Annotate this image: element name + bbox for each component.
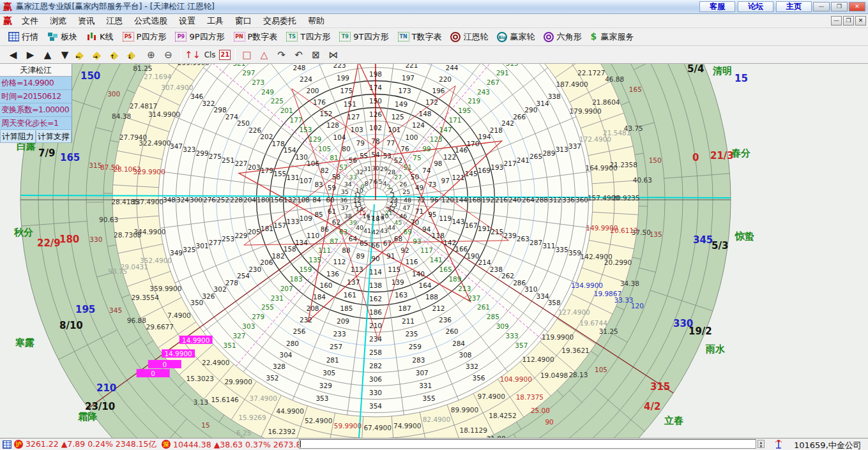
wheel-number: 76 [400, 145, 409, 153]
wheel-number: 227 [234, 160, 247, 167]
toolbar-button-K线[interactable]: K线 [82, 29, 118, 45]
quick-link-2[interactable]: 主页 [776, 1, 812, 12]
toolbar-button-赢家轮[interactable]: Big赢家轮 [492, 29, 539, 45]
wheel-number: 244 [445, 64, 458, 71]
menu-bar: 赢 文件浏览资讯江恩公式选股设置工具窗口交易委托帮助 [0, 14, 868, 28]
wheel-number: 145 [465, 170, 478, 177]
wheel-number: 142 [443, 239, 456, 246]
wheel-number: 350 [190, 299, 203, 306]
mdi-close-button[interactable]: ✕ [855, 16, 866, 26]
mult-cell: 21.2358 [609, 161, 637, 169]
wheel-number: 304 [279, 351, 292, 359]
wheel-number: 179 [261, 167, 273, 174]
toolbar-label: 9P四方形 [189, 31, 224, 43]
quick-link-0[interactable]: 客服 [699, 1, 735, 12]
calendar-button[interactable]: 21 [219, 50, 231, 60]
shape-square-button[interactable]: □ [239, 48, 255, 62]
toolbar-button-P四方形[interactable]: PSP四方形 [118, 29, 171, 45]
pct-cell: 34.38 [620, 280, 639, 287]
shift-up-button[interactable]: ◆↑ [109, 48, 125, 62]
mult-cell: 19.3621 [561, 347, 589, 354]
rim-label: 165 [60, 152, 80, 163]
quote-table-icon[interactable] [3, 440, 11, 449]
calc-resistance-button[interactable]: 计算阻力 [0, 130, 36, 143]
step-up-button[interactable]: ▲ [40, 48, 56, 62]
toolbar-button-P数字表[interactable]: PNP数字表 [229, 29, 282, 45]
close-button[interactable]: ✕ [849, 2, 865, 11]
wheel-number: 221 [405, 64, 418, 69]
minimize-button[interactable]: — [813, 2, 830, 11]
menu-item-江恩[interactable]: 江恩 [100, 14, 128, 27]
wheel-number: 218 [490, 126, 503, 134]
toolbar-button-江恩轮[interactable]: 江恩轮 [446, 29, 492, 45]
wheel-number: 229 [234, 232, 247, 239]
menu-item-帮助[interactable]: 帮助 [302, 14, 330, 27]
toolbar-button-T数字表[interactable]: TNT数字表 [393, 29, 446, 45]
wheel-number: 151 [344, 100, 356, 108]
toolbar-button-行情[interactable]: 行情 [4, 29, 43, 45]
wheel-number: 331 [419, 382, 432, 389]
wheel-number: 184 [313, 293, 326, 301]
rotate-cw-button[interactable]: ↷ [273, 48, 289, 62]
step-right-button[interactable]: ▶ [22, 48, 38, 62]
price-cell: 359.9900 [149, 285, 181, 292]
wheel-number: 33 [349, 174, 357, 181]
window-controls: — ❐ ✕ [813, 2, 865, 11]
price-cell: 127.4900 [558, 308, 590, 316]
shenzhen-index-quote[interactable]: 10444.38 ▲38.63 0.37% 2673.84 [173, 440, 306, 449]
step-down-button[interactable]: ▼ [57, 48, 73, 62]
restore-button[interactable]: ❐ [831, 2, 848, 11]
menu-item-交易委托[interactable]: 交易委托 [257, 14, 302, 27]
price-cell: 104.9900 [500, 375, 532, 383]
wheel-number: 79 [356, 139, 365, 147]
shanghai-index-quote[interactable]: 3261.22 ▲7.89 0.24% 2348.15亿 [26, 439, 156, 450]
menu-item-文件[interactable]: 文件 [16, 14, 44, 27]
step-left-button[interactable]: ◀ [5, 48, 21, 62]
menu-item-工具[interactable]: 工具 [201, 14, 229, 27]
menu-item-资讯[interactable]: 资讯 [72, 14, 100, 27]
gann-wheel[interactable]: 1234567891011121314151617181920212223242… [0, 64, 868, 438]
wheel-number: 58 [332, 173, 340, 181]
pct-cell: 6.25 [236, 429, 251, 437]
shift-left-button[interactable]: ◆← [74, 48, 90, 62]
wheel-number: 119 [439, 214, 452, 222]
rim-label: 19/2 [689, 326, 712, 337]
quick-link-1[interactable]: 论坛 [738, 1, 773, 12]
updown-button[interactable]: ↑↓ [185, 48, 201, 62]
toolbar-button-9T四方形[interactable]: T99T四方形 [335, 29, 393, 45]
wheel-number: 215 [491, 228, 503, 236]
wheel-number: 285 [487, 313, 499, 320]
rotate-ccw-button[interactable]: ↶ [291, 48, 307, 62]
wheel-number: 239 [504, 232, 517, 239]
tn-badge-icon: TN [398, 32, 409, 41]
toolbar-button-9P四方形[interactable]: P99P四方形 [171, 29, 229, 45]
menu-item-浏览[interactable]: 浏览 [44, 14, 72, 27]
toolbar-button-六角形[interactable]: 六角形 [539, 29, 586, 45]
wheel-number: 210 [369, 322, 382, 329]
mdi-minimize-button[interactable]: — [831, 16, 842, 26]
wheel-number: 167 [465, 221, 478, 229]
toolbar-button-板块[interactable]: 板块 [43, 29, 82, 45]
fit-button[interactable]: ⊠ [308, 48, 324, 62]
command-input[interactable] [299, 439, 756, 449]
toolbar-button-T四方形[interactable]: TST四方形 [282, 29, 335, 45]
pct-cell: 28.13 [568, 371, 588, 379]
input-spinner[interactable]: ▲▼ [758, 440, 765, 448]
cls-button[interactable]: Cls [202, 48, 218, 62]
toolbar-label: P数字表 [248, 31, 278, 43]
wheel-number: 280 [286, 340, 299, 347]
shape-triangle-button[interactable]: △ [256, 48, 272, 62]
mdi-restore-button[interactable]: ❐ [843, 16, 854, 26]
calc-support-button[interactable]: 计算支撑 [36, 130, 72, 143]
zoom-in-button[interactable]: ⊕ [143, 48, 159, 62]
menu-item-公式选股[interactable]: 公式选股 [128, 14, 173, 27]
toolbar-button-赢家服务[interactable]: $赢家服务 [586, 29, 638, 45]
menu-item-设置[interactable]: 设置 [173, 14, 201, 27]
zoom-out-button[interactable]: ⊖ [160, 48, 176, 62]
gann-wheel-canvas[interactable]: 1234567891011121314151617181920212223242… [0, 64, 868, 438]
shift-right-button[interactable]: ◆→ [91, 48, 107, 62]
wheel-number: 177 [290, 116, 303, 124]
center-button[interactable]: ⋈ [325, 48, 341, 62]
shift-down-button[interactable]: ◆↓ [126, 48, 142, 62]
menu-item-窗口[interactable]: 窗口 [229, 14, 257, 27]
